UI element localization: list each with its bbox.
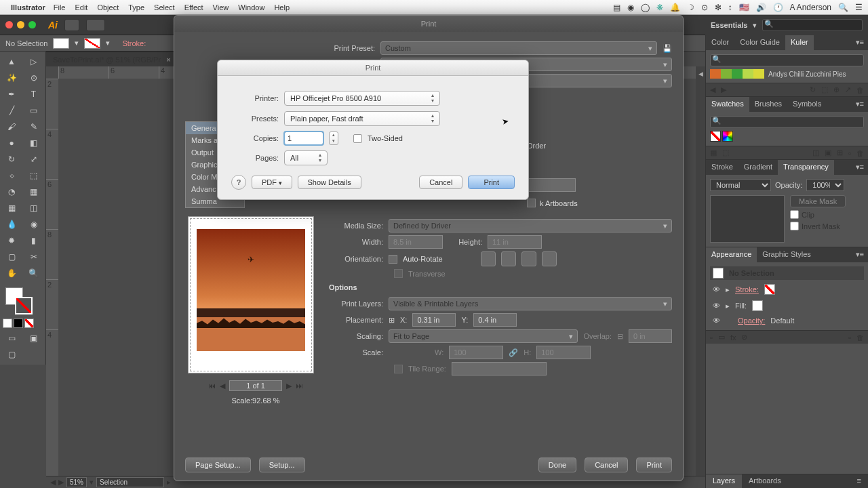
gradient-mode[interactable] [14, 319, 23, 328]
minimize-window[interactable] [17, 21, 24, 28]
prev-icon[interactable]: ◀ [710, 85, 715, 94]
next-icon[interactable]: ▶ [721, 85, 726, 94]
show-details-button[interactable]: Show Details [298, 176, 361, 189]
arrange-button[interactable] [86, 19, 105, 31]
tab-stroke[interactable]: Stroke [706, 160, 738, 175]
scaling-select[interactable]: Fit to Page▾ [389, 329, 578, 343]
save-preset-icon[interactable]: 💾 [663, 44, 672, 53]
tab-layers[interactable]: Layers [706, 474, 742, 488]
symbol-sprayer-tool[interactable]: ✹ [1, 233, 22, 248]
new-icon[interactable]: ▫ [848, 149, 851, 157]
lasso-tool[interactable]: ⊙ [24, 70, 44, 85]
footer-icon[interactable]: ▭ [718, 333, 725, 342]
blank-artboards-checkbox[interactable] [527, 199, 536, 207]
panel-menu-icon[interactable]: ▾≡ [852, 35, 868, 50]
chevron-down-icon[interactable]: ▾ [753, 21, 757, 30]
menu-icon[interactable]: ☰ [855, 3, 863, 12]
menu-effect[interactable]: Effect [184, 3, 203, 12]
tray-icon[interactable]: ☽ [687, 3, 694, 12]
volume-icon[interactable]: 🔊 [756, 3, 766, 12]
eyedropper-tool[interactable]: 💧 [1, 217, 22, 232]
menu-type[interactable]: Type [128, 3, 144, 12]
artboard-tool[interactable]: ▢ [1, 249, 22, 264]
shape-builder-tool[interactable]: ◔ [1, 184, 22, 199]
placement-grid-icon[interactable]: ⊞ [389, 316, 395, 325]
nav-arrow[interactable]: ◀ [50, 478, 56, 487]
width-tool[interactable]: ⟐ [1, 168, 22, 183]
presets-select[interactable]: Plain paper, Fast draft ▴▾ [284, 111, 440, 126]
panel-menu-icon[interactable]: ≡ [850, 474, 868, 488]
stroke-swatch[interactable] [764, 284, 775, 295]
setup-button[interactable]: Setup... [259, 458, 305, 472]
menu-object[interactable]: Object [97, 3, 119, 12]
chevron-down-icon[interactable]: ▾ [75, 39, 79, 47]
fill-swatch[interactable] [53, 38, 69, 49]
footer-icon[interactable]: ⊞ [837, 148, 843, 157]
page-field[interactable]: 1 of 1 [229, 380, 282, 391]
tool-field[interactable]: Selection [96, 477, 164, 487]
footer-icon[interactable]: ⬚ [821, 85, 828, 94]
next-page-icon[interactable]: ▶ [286, 382, 292, 390]
swatch-registration[interactable] [722, 131, 733, 142]
type-tool[interactable]: T [24, 87, 44, 102]
pencil-tool[interactable]: ✎ [24, 119, 44, 134]
blend-mode-select[interactable]: Normal [710, 179, 771, 191]
visibility-icon[interactable]: 👁 [713, 285, 720, 293]
tray-icon[interactable]: ▤ [613, 3, 620, 12]
color-mode[interactable] [3, 319, 12, 328]
partial-input[interactable] [527, 178, 576, 192]
document-tab[interactable]: SaveToPrint.ai* @ 51% (RGB/Pr × [46, 52, 178, 66]
panel-menu-icon[interactable]: ▾≡ [852, 160, 868, 175]
last-page-icon[interactable]: ⏭ [296, 382, 303, 390]
blob-brush-tool[interactable]: ● [1, 136, 22, 150]
two-sided-checkbox[interactable] [353, 134, 362, 143]
kuler-search[interactable]: 🔍 [710, 54, 864, 66]
expand-icon[interactable]: ▸ [726, 285, 730, 294]
stroke-swatch[interactable] [84, 38, 100, 49]
done-button[interactable]: Done [538, 458, 576, 472]
print-button[interactable]: Print [636, 458, 672, 472]
tab-graphic-styles[interactable]: Graphic Styles [757, 247, 816, 262]
panel-menu-icon[interactable]: ▾≡ [852, 97, 868, 112]
trash-icon[interactable]: 🗑 [856, 149, 864, 157]
hand-tool[interactable]: ✋ [1, 266, 22, 281]
bridge-button[interactable] [64, 19, 79, 31]
y-field[interactable] [473, 313, 517, 327]
screen-mode[interactable]: ▣ [24, 331, 44, 346]
tray-icon[interactable]: ◯ [641, 3, 650, 12]
tab-brushes[interactable]: Brushes [749, 97, 787, 112]
search-input[interactable]: 🔍 [762, 19, 863, 31]
new-icon[interactable]: ▫ [848, 333, 851, 342]
menu-file[interactable]: File [54, 3, 66, 12]
tray-icon[interactable]: ✻ [715, 3, 722, 12]
clip-checkbox[interactable] [790, 210, 799, 219]
pages-select[interactable]: All ▴▾ [284, 150, 328, 165]
tab-kuler[interactable]: Kuler [785, 35, 814, 50]
panel-collapse-strip[interactable]: ◀ [696, 66, 705, 476]
menu-select[interactable]: Select [154, 3, 175, 12]
perspective-tool[interactable]: ▦ [24, 184, 44, 199]
make-mask-button[interactable]: Make Mask [790, 195, 846, 207]
notification-icon[interactable]: 🔔 [670, 3, 680, 12]
tab-swatches[interactable]: Swatches [706, 97, 749, 112]
footer-icon[interactable]: ▦ [710, 148, 717, 157]
x-field[interactable] [412, 313, 456, 327]
orient-landscape[interactable] [501, 251, 516, 266]
selection-tool[interactable]: ▲ [1, 54, 22, 69]
fill-swatch[interactable] [752, 300, 763, 311]
visibility-icon[interactable]: 👁 [713, 302, 720, 310]
spotlight-icon[interactable]: 🔍 [838, 3, 848, 12]
magic-wand-tool[interactable]: ✨ [1, 70, 22, 85]
trash-icon[interactable]: 🗑 [856, 86, 864, 94]
scale-tool[interactable]: ⤢ [24, 152, 44, 167]
nav-arrow[interactable]: ▶ [58, 478, 64, 487]
direct-selection-tool[interactable]: ▷ [24, 54, 44, 69]
copies-field[interactable] [284, 131, 323, 145]
tray-icon[interactable]: ⊙ [701, 3, 708, 12]
screen-mode[interactable]: ▭ [1, 331, 22, 346]
tab-appearance[interactable]: Appearance [706, 247, 757, 262]
preset-select[interactable]: Custom▾ [380, 41, 657, 55]
user-name[interactable]: A Anderson [790, 3, 831, 12]
rectangle-tool[interactable]: ▭ [24, 103, 44, 118]
visibility-icon[interactable]: 👁 [713, 317, 720, 325]
